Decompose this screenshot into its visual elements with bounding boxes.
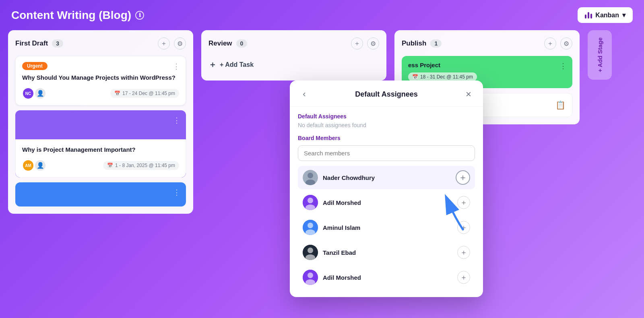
- card-footer-2: AM 👤 📅 1 - 8 Jan, 2025 @ 11:45 pm: [22, 159, 179, 171]
- svg-point-5: [305, 204, 315, 210]
- modal-title: Default Assignees: [355, 90, 417, 99]
- calendar-icon-2: 📅: [107, 163, 113, 168]
- publish-card-title: ess Project: [408, 62, 566, 68]
- app-header: Content Writing (Blog) ℹ Kanban ▾: [0, 0, 644, 30]
- member-row-adil2: Adil Morshed ＋: [298, 266, 475, 289]
- svg-point-7: [308, 223, 313, 228]
- add-icon: ＋: [208, 59, 217, 70]
- publish-card-date: 📅 18 - 31 Dec @ 11:45 pm: [408, 72, 477, 81]
- modal-header: ‹ Default Assignees ×: [290, 81, 483, 107]
- default-assignees-modal: ‹ Default Assignees × Default Assignees …: [290, 81, 483, 297]
- member-row-aminul: Aminul Islam ＋: [298, 216, 475, 239]
- column-header-first-draft: First Draft 3 ＋ ⚙: [15, 37, 186, 50]
- add-member-button-tanzil[interactable]: ＋: [457, 246, 470, 259]
- card-date-1: 📅 17 - 24 Dec @ 11:45 pm: [110, 89, 179, 98]
- svg-point-10: [308, 248, 313, 253]
- card-title-1: Why Should You Manage Projects within Wo…: [22, 73, 179, 82]
- modal-section-title: Default Assignees: [298, 113, 475, 120]
- member-avatar-adil1: [303, 195, 318, 210]
- svg-point-13: [308, 273, 313, 278]
- modal-back-button[interactable]: ‹: [298, 88, 311, 101]
- member-avatar-adil2: [303, 270, 318, 285]
- settings-icon-review[interactable]: ⚙: [367, 37, 379, 50]
- add-stage-label: + Add Stage: [597, 37, 603, 72]
- modal-no-assignees: No default assignees found: [298, 122, 475, 128]
- card-menu-button-blue[interactable]: ⋮: [173, 188, 180, 197]
- card-purple-wrapper: ⋮ Why is Project Management Important? A…: [15, 110, 186, 178]
- view-toggle-button[interactable]: Kanban ▾: [578, 7, 633, 23]
- member-row-nader: Nader Chowdhury ＋: [298, 166, 475, 189]
- card-urgent: ⋮ Urgent Why Should You Manage Projects …: [15, 56, 186, 105]
- card-menu-button-publish[interactable]: ⋮: [559, 62, 567, 70]
- avatar-placeholder: 👤: [34, 87, 46, 99]
- member-name-aminul: Aminul Islam: [323, 224, 452, 231]
- column-title-review: Review: [208, 39, 232, 47]
- member-name-adil1: Adil Morshed: [323, 199, 452, 206]
- project-title: Content Writing (Blog): [11, 9, 131, 22]
- column-count-publish: 1: [430, 39, 442, 47]
- card-title-2: Why is Project Management Important?: [22, 145, 179, 154]
- card-footer-1: NC 👤 📅 17 - 24 Dec @ 11:45 pm: [22, 87, 179, 99]
- svg-point-2: [305, 180, 315, 185]
- kanban-icon: [585, 12, 592, 19]
- column-count-review: 0: [236, 39, 248, 47]
- calendar-icon-pub: 📅: [412, 74, 418, 80]
- card-menu-button-purple[interactable]: ⋮: [173, 116, 180, 125]
- svg-point-4: [308, 198, 313, 203]
- column-header-publish: Publish 1 ＋ ⚙: [402, 37, 572, 50]
- settings-icon-publish[interactable]: ⚙: [560, 37, 572, 50]
- add-card-button[interactable]: ＋: [158, 37, 170, 50]
- card-date-2: 📅 1 - 8 Jan, 2025 @ 11:45 pm: [103, 161, 179, 170]
- member-name-adil2: Adil Morshed: [323, 274, 452, 281]
- card-blue: ⋮: [15, 182, 186, 206]
- column-review: Review 0 ＋ ⚙ ＋ + Add Task: [201, 30, 386, 81]
- svg-point-1: [308, 173, 313, 178]
- member-row-tanzil: Tanzil Ebad ＋: [298, 241, 475, 264]
- add-member-button-adil1[interactable]: ＋: [457, 196, 470, 209]
- column-title-publish: Publish: [402, 39, 426, 47]
- add-member-button-nader[interactable]: ＋: [456, 170, 470, 185]
- search-members-input[interactable]: [298, 145, 475, 161]
- add-task-button[interactable]: ＋ + Add Task: [208, 56, 254, 73]
- add-member-button-aminul[interactable]: ＋: [457, 221, 470, 234]
- add-card-button-review[interactable]: ＋: [351, 37, 363, 50]
- column-header-review: Review 0 ＋ ⚙: [208, 37, 379, 50]
- chevron-down-icon: ▾: [622, 11, 625, 19]
- column-title: First Draft: [15, 39, 48, 47]
- project-title-group: Content Writing (Blog) ℹ: [11, 9, 144, 22]
- modal-members-title: Board Members: [298, 135, 475, 141]
- document-icon: 📋: [555, 100, 566, 110]
- card-menu-button[interactable]: ⋮: [173, 62, 180, 71]
- add-stage-column[interactable]: + Add Stage: [588, 30, 612, 80]
- info-icon[interactable]: ℹ: [135, 11, 144, 20]
- member-avatar-tanzil: [303, 245, 318, 260]
- avatar-user2: AM: [22, 159, 34, 171]
- member-row-adil1: Adil Morshed ＋: [298, 191, 475, 214]
- column-first-draft: First Draft 3 ＋ ⚙ ⋮ Urgent Why Should Yo…: [8, 30, 193, 214]
- column-count: 3: [52, 39, 63, 47]
- settings-icon[interactable]: ⚙: [174, 37, 186, 50]
- kanban-label: Kanban: [595, 12, 619, 19]
- card-purple-top: ⋮: [15, 110, 186, 139]
- modal-close-button[interactable]: ×: [462, 88, 475, 101]
- add-task-label: + Add Task: [220, 61, 254, 68]
- member-avatar-aminul: [303, 220, 318, 235]
- add-member-button-adil2[interactable]: ＋: [457, 271, 470, 284]
- member-avatar-nader: [303, 170, 318, 185]
- modal-body: Default Assignees No default assignees f…: [290, 107, 483, 297]
- card-management: Why is Project Management Important? AM …: [15, 139, 186, 178]
- svg-point-14: [305, 279, 315, 285]
- member-name-nader: Nader Chowdhury: [323, 174, 451, 181]
- calendar-icon: 📅: [114, 91, 120, 96]
- member-name-tanzil: Tanzil Ebad: [323, 249, 452, 256]
- card-tag-urgent: Urgent: [22, 62, 47, 70]
- avatar-user1: NC: [22, 87, 34, 99]
- svg-point-8: [305, 229, 315, 235]
- add-card-button-publish[interactable]: ＋: [544, 37, 556, 50]
- avatar-placeholder-2: 👤: [34, 159, 46, 171]
- svg-point-11: [305, 254, 315, 260]
